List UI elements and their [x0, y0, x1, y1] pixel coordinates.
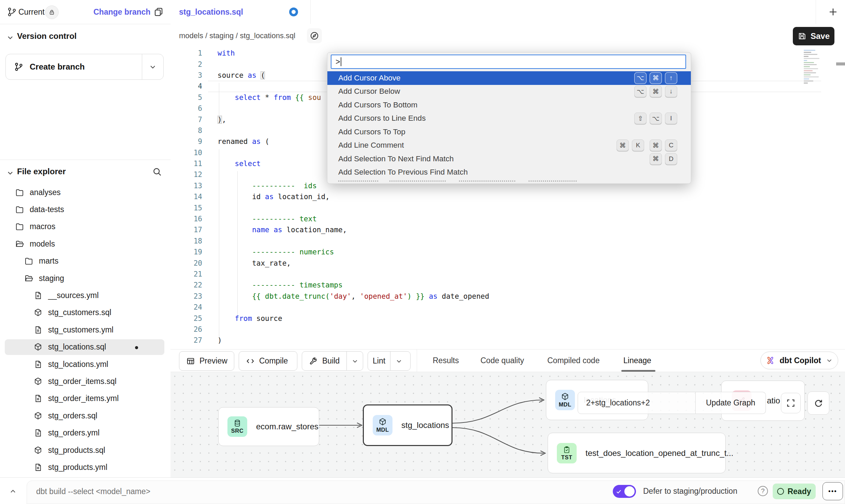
file-item-macros[interactable]: macros: [0, 218, 171, 235]
build-button[interactable]: Build: [302, 351, 363, 371]
keycap: ⌘: [650, 72, 662, 84]
database-icon: [233, 419, 241, 427]
file-item-stg_orders.yml[interactable]: stg_orders.yml: [0, 424, 171, 441]
file-item-stg_locations.sql[interactable]: stg_locations.sql: [0, 339, 171, 356]
code-line-20[interactable]: 20 tax_rate,: [171, 257, 845, 268]
code-line-22[interactable]: 22 ---------- timestamps: [171, 280, 845, 291]
tab-stg-locations-sql[interactable]: stg_locations.sql: [171, 0, 311, 24]
status-badge: Ready: [773, 484, 816, 499]
tab-lineage[interactable]: Lineage: [623, 350, 651, 371]
dbt-copilot-button[interactable]: dbt Copilot: [760, 352, 838, 369]
defer-toggle[interactable]: [613, 485, 636, 498]
code-line-26[interactable]: 26: [171, 324, 845, 335]
line-number: 17: [171, 226, 202, 234]
indent-guide: [219, 149, 219, 337]
file-item-stg_customers.yml[interactable]: stg_customers.yml: [0, 321, 171, 338]
cube-icon: [378, 417, 387, 426]
code-line-23[interactable]: 23 {{ dbt.date_trunc('day', 'opened_at')…: [171, 291, 845, 302]
file-item-stg_customers.sql[interactable]: stg_customers.sql: [0, 304, 171, 321]
file-item-stg_products.sql[interactable]: stg_products.sql: [0, 442, 171, 459]
file-label: stg_customers.sql: [48, 308, 111, 317]
dbt-command-input[interactable]: [35, 483, 344, 500]
save-button[interactable]: Save: [793, 27, 834, 45]
command-item[interactable]: Add Cursors To Top: [327, 125, 691, 139]
build-label: Build: [322, 356, 340, 366]
file-item-stg_orders.sql[interactable]: stg_orders.sql: [0, 407, 171, 424]
line-number: 8: [171, 127, 202, 135]
new-tab-button[interactable]: [827, 5, 840, 18]
file-item-data-tests[interactable]: data-tests: [0, 201, 171, 218]
file-item-analyses[interactable]: analyses: [0, 184, 171, 201]
code-line-17[interactable]: 17 name as location_name,: [171, 224, 845, 235]
create-branch-button[interactable]: Create branch: [5, 54, 164, 80]
build-dropdown[interactable]: [346, 352, 363, 370]
copy-icon[interactable]: [153, 7, 164, 17]
file-label: stg_order_items.yml: [48, 394, 119, 403]
lineage-selector-input[interactable]: 2+stg_locations+2: [578, 392, 696, 414]
command-item[interactable]: Add Cursor Above⌥⌘↑: [327, 71, 691, 85]
chevron-up-icon[interactable]: [6, 485, 20, 498]
file-label: data-tests: [30, 205, 64, 214]
file-item-__sources.yml[interactable]: __sources.yml: [0, 287, 171, 304]
compass-icon[interactable]: [307, 28, 322, 43]
code-line-25[interactable]: 25 from source: [171, 313, 845, 324]
file-item-models[interactable]: models: [0, 235, 171, 252]
more-options-button[interactable]: •••: [822, 482, 843, 500]
file-explorer-header[interactable]: File explorer: [0, 165, 171, 180]
preview-button[interactable]: Preview: [179, 351, 234, 371]
doc-icon: [33, 325, 43, 335]
command-item[interactable]: Add Cursors to Line Ends⇧⌥I: [327, 112, 691, 125]
file-item-stg_order_items.yml[interactable]: stg_order_items.yml: [0, 390, 171, 407]
command-item[interactable]: Add Selection To Previous Find Match: [327, 166, 691, 179]
minimap[interactable]: [804, 50, 822, 115]
command-item[interactable]: Add Cursors To Bottom: [327, 98, 691, 112]
breadcrumb: models / staging / stg_locations.sql: [179, 24, 295, 48]
modified-dot: [135, 346, 138, 349]
model-badge: MDL: [555, 390, 575, 410]
folder-open-icon: [24, 274, 33, 283]
copilot-icon: [766, 356, 775, 365]
command-item[interactable]: Add Cursor Below⌥⌘↓: [327, 85, 691, 99]
cube-icon: [33, 446, 43, 455]
file-label: stg_orders.sql: [48, 411, 97, 420]
file-item-marts[interactable]: marts: [0, 253, 171, 270]
update-graph-button[interactable]: Update Graph: [696, 392, 766, 414]
command-item[interactable]: Add Line Comment⌘K⌘C: [327, 139, 691, 152]
version-control-header[interactable]: Version control: [0, 30, 171, 44]
command-item[interactable]: Add Selection To Next Find Match⌘D: [327, 152, 691, 166]
file-item-stg_order_items.sql[interactable]: stg_order_items.sql: [0, 373, 171, 390]
lineage-canvas[interactable]: MDL locations atio SRC ecom.raw_stores M…: [171, 372, 845, 477]
lint-dropdown[interactable]: [390, 352, 407, 370]
code-line-24[interactable]: 24: [171, 302, 845, 313]
tab-results[interactable]: Results: [433, 350, 459, 371]
line-number: 18: [171, 237, 202, 245]
fullscreen-button[interactable]: [781, 393, 801, 413]
help-icon[interactable]: ?: [758, 486, 768, 496]
tab-compiled-code[interactable]: Compiled code: [547, 350, 599, 371]
partial-node-label: atio: [767, 381, 780, 420]
lineage-node-test[interactable]: TST test_does_location_opened_at_trunc_t…: [548, 433, 726, 473]
lineage-node-source[interactable]: SRC ecom.raw_stores: [218, 407, 319, 446]
search-icon[interactable]: [152, 167, 162, 177]
command-palette-input[interactable]: >: [331, 55, 686, 69]
code-line-15[interactable]: 15: [171, 202, 845, 213]
lint-button[interactable]: Lint: [368, 351, 411, 371]
code-line-14[interactable]: 14 id as location_id,: [171, 191, 845, 202]
tab-code-quality[interactable]: Code quality: [480, 350, 524, 371]
file-item-stg_locations.yml[interactable]: stg_locations.yml: [0, 356, 171, 373]
file-item-stg_products.yml[interactable]: stg_products.yml: [0, 459, 171, 476]
scrollbar-mark[interactable]: [836, 62, 845, 65]
change-branch-link[interactable]: Change branch: [93, 0, 150, 24]
code-line-19[interactable]: 19 ---------- numerics: [171, 247, 845, 257]
compile-button[interactable]: Compile: [239, 351, 297, 371]
file-item-staging[interactable]: staging: [0, 270, 171, 287]
create-branch-dropdown[interactable]: [142, 54, 163, 79]
code-line-27[interactable]: 27): [171, 335, 845, 346]
refresh-button[interactable]: [807, 391, 829, 415]
lineage-node-stg-locations[interactable]: MDL stg_locations: [363, 404, 453, 446]
code-line-18[interactable]: 18: [171, 236, 845, 247]
file-label: stg_products.yml: [48, 463, 107, 472]
code-line-16[interactable]: 16 ---------- text: [171, 213, 845, 224]
code-line-21[interactable]: 21: [171, 269, 845, 280]
line-number: 25: [171, 314, 202, 323]
